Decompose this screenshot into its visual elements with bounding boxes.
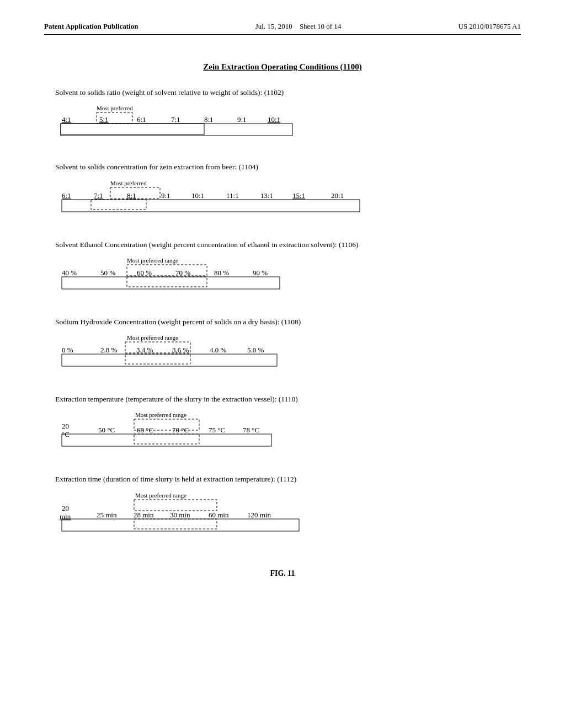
svg-text:13:1: 13:1 [260, 191, 273, 200]
section-1108-label: Sodium Hydroxide Concentration (weight p… [55, 317, 510, 328]
diagram-1102-svg: Most preferred 4:1 5:1 6:1 7:1 8:1 9:1 1… [55, 103, 342, 144]
svg-text:3.4 %: 3.4 % [136, 346, 153, 354]
diagram-1102: Most preferred 4:1 5:1 6:1 7:1 8:1 9:1 1… [55, 103, 510, 146]
section-1112-label: Extraction time (duration of time slurry… [55, 474, 510, 485]
svg-text:4.0 %: 4.0 % [210, 346, 227, 354]
section-1106: Solvent Ethanol Concentration (weight pe… [55, 239, 510, 301]
section-1110: Extraction temperature (temperature of t… [55, 394, 510, 458]
svg-text:20: 20 [62, 422, 69, 430]
diagram-1110: Most preferred range 20 °C 50 °C 68 °C 7… [55, 409, 510, 458]
svg-text:5:1: 5:1 [99, 115, 109, 124]
svg-text:min: min [60, 512, 71, 521]
content: Zein Extraction Operating Conditions (11… [44, 62, 521, 578]
svg-rect-22 [91, 200, 146, 210]
diagram-1106-svg: Most preferred range 40 % 50 % 60 % 70 %… [55, 255, 342, 299]
svg-text:Most preferred range: Most preferred range [127, 257, 178, 264]
section-1106-label: Solvent Ethanol Concentration (weight pe… [55, 239, 510, 250]
svg-text:7:1: 7:1 [94, 191, 103, 200]
svg-text:8:1: 8:1 [127, 191, 136, 200]
header: Patent Application Publication Jul. 15, … [44, 22, 521, 35]
figure-label: FIG. 11 [55, 569, 510, 578]
svg-text:40 %: 40 % [62, 269, 77, 277]
svg-text:78 °C: 78 °C [243, 426, 259, 434]
svg-text:11:1: 11:1 [226, 191, 239, 200]
svg-rect-42 [125, 354, 190, 364]
svg-text:2.8 %: 2.8 % [100, 346, 118, 354]
diagram-1106: Most preferred range 40 % 50 % 60 % 70 %… [55, 255, 510, 301]
diagram-1112-svg: Most preferred range 20 min 25 min 28 mi… [55, 490, 342, 539]
svg-text:80 %: 80 % [214, 269, 229, 277]
svg-rect-65 [62, 519, 299, 531]
svg-text:7:1: 7:1 [171, 115, 180, 124]
section-1108: Sodium Hydroxide Concentration (weight p… [55, 317, 510, 378]
svg-text:10:1: 10:1 [268, 115, 280, 124]
section-1102-label: Solvent to solids ratio (weight of solve… [55, 87, 510, 98]
svg-text:9:1: 9:1 [237, 115, 247, 124]
svg-text:0 %: 0 % [62, 346, 73, 354]
diagram-1112: Most preferred range 20 min 25 min 28 mi… [55, 490, 510, 542]
svg-text:Most preferred: Most preferred [110, 180, 147, 186]
svg-text:20: 20 [62, 504, 69, 512]
figure-title: Zein Extraction Operating Conditions (11… [55, 62, 510, 72]
svg-rect-54 [62, 434, 271, 446]
diagram-1104-svg: Most preferred 6:1 7:1 8:1 9:1 10:1 11:1… [55, 178, 408, 222]
svg-text:75 °C: 75 °C [209, 426, 225, 434]
svg-text:50 %: 50 % [100, 269, 115, 277]
diagram-1110-svg: Most preferred range 20 °C 50 °C 68 °C 7… [55, 409, 320, 456]
section-1104: Solvent to solids concentration for zein… [55, 162, 510, 223]
svg-text:4:1: 4:1 [62, 115, 71, 124]
section-1102: Solvent to solids ratio (weight of solve… [55, 87, 510, 146]
svg-text:6:1: 6:1 [137, 115, 146, 124]
svg-text:68 °C: 68 °C [137, 426, 153, 434]
svg-rect-56 [134, 500, 217, 511]
diagram-1108-svg: Most preferred range 0 % 2.8 % 3.4 % 3.6… [55, 332, 331, 376]
svg-text:5.0 %: 5.0 % [247, 346, 264, 354]
svg-text:50 °C: 50 °C [98, 426, 115, 434]
diagram-1104: Most preferred 6:1 7:1 8:1 9:1 10:1 11:1… [55, 178, 510, 224]
svg-rect-64 [134, 519, 217, 529]
svg-text:70 °C: 70 °C [172, 426, 189, 434]
svg-text:60 min: 60 min [209, 511, 229, 519]
header-publication: Patent Application Publication [44, 22, 138, 31]
svg-rect-10 [61, 124, 292, 136]
svg-text:20:1: 20:1 [331, 191, 344, 200]
diagram-1108: Most preferred range 0 % 2.8 % 3.4 % 3.6… [55, 332, 510, 378]
svg-text:3.6 %: 3.6 % [172, 346, 189, 354]
svg-rect-43 [62, 354, 277, 366]
svg-text:Most preferred: Most preferred [97, 105, 133, 111]
svg-rect-23 [62, 200, 360, 212]
svg-rect-33 [62, 277, 280, 289]
header-date-sheet: Jul. 15, 2010 Sheet 10 of 14 [255, 22, 342, 31]
svg-rect-53 [134, 434, 199, 444]
svg-text:60 %: 60 % [137, 269, 152, 277]
svg-text:120 min: 120 min [247, 511, 271, 519]
section-1112: Extraction time (duration of time slurry… [55, 474, 510, 541]
svg-text:9:1: 9:1 [161, 191, 170, 200]
svg-text:Most preferred range: Most preferred range [127, 334, 178, 341]
svg-text:Most preferred range: Most preferred range [135, 411, 186, 418]
svg-rect-2 [61, 124, 204, 135]
svg-text:25 min: 25 min [97, 511, 117, 519]
svg-text:6:1: 6:1 [62, 191, 71, 200]
svg-text:8:1: 8:1 [204, 115, 214, 124]
section-1110-label: Extraction temperature (temperature of t… [55, 394, 510, 405]
svg-rect-26 [127, 277, 207, 287]
svg-text:30 min: 30 min [170, 511, 190, 519]
svg-text:Most preferred range: Most preferred range [135, 492, 186, 499]
svg-text:28 min: 28 min [134, 511, 154, 519]
page: Patent Application Publication Jul. 15, … [0, 0, 565, 728]
svg-text:10:1: 10:1 [191, 191, 204, 200]
svg-text:70 %: 70 % [175, 269, 190, 277]
header-patent-number: US 2010/0178675 A1 [459, 22, 521, 31]
svg-text:90 %: 90 % [253, 269, 268, 277]
section-1104-label: Solvent to solids concentration for zein… [55, 162, 510, 173]
svg-text:15:1: 15:1 [292, 191, 305, 200]
